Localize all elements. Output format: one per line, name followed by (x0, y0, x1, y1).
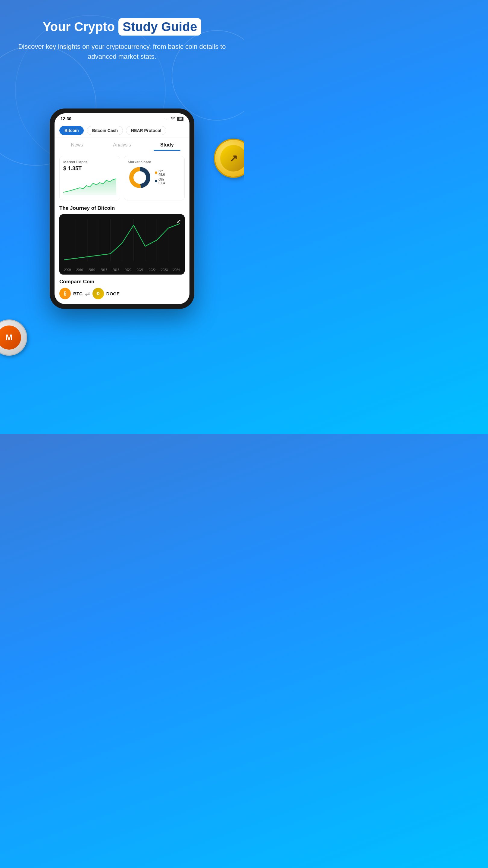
donut-container: Btc 48.6 Oth 51.4 (128, 165, 181, 190)
monero-coin-decoration: M (0, 319, 27, 355)
year-2023: 2023 (161, 268, 168, 272)
donut-chart (128, 165, 152, 190)
chart-expand-icon[interactable]: ⤢ (176, 218, 181, 224)
status-bar: 12:30 · · · 4B (55, 113, 190, 123)
bitcoin-value-text: 48.6 (158, 173, 165, 176)
wifi-icon (170, 117, 175, 121)
bitcoin-label-text: Btc (158, 169, 163, 173)
compare-from-coin: ₿ BTC (59, 288, 83, 299)
year-labels-row: 2009 2010 2010 2017 2018 2020 2021 2022 … (64, 268, 180, 272)
year-2020: 2020 (125, 268, 131, 272)
market-capital-chart (63, 174, 116, 195)
btc-coin-icon: ₿ (59, 288, 71, 299)
market-share-label: Market Share (128, 160, 181, 164)
others-label-text: Oth (158, 178, 164, 181)
battery-icon: 4B (177, 117, 184, 121)
coin-tab-bitcoin[interactable]: Bitcoin (59, 126, 84, 135)
monero-icon: M (0, 326, 21, 350)
compare-section-title: Compare Coin (59, 279, 185, 285)
legend-others: Oth 51.4 (155, 178, 165, 185)
yellow-coin-icon: ↗ (220, 145, 244, 172)
status-icons: · · · 4B (164, 117, 184, 121)
title-prefix: Your Crypto (43, 20, 115, 34)
legend-bitcoin: Btc 48.6 (155, 169, 165, 176)
year-2022: 2022 (149, 268, 156, 272)
journey-svg-chart (64, 219, 180, 266)
bitcoin-legend-label: Btc 48.6 (158, 169, 165, 176)
year-2010b: 2010 (88, 268, 95, 272)
phone-frame: 12:30 · · · 4B Bitcoin Bitcoin (50, 108, 194, 309)
content-area: Market Capital $ 1.35T (55, 151, 190, 304)
compare-arrow-icon: ⇄ (85, 290, 90, 297)
main-title: Your Crypto Study Guide (12, 18, 232, 36)
phone-screen: 12:30 · · · 4B Bitcoin Bitcoin (55, 113, 190, 304)
journey-title: The Journey of Bitcoin (59, 205, 185, 211)
btc-coin-label: BTC (73, 291, 83, 296)
others-value-text: 51.4 (158, 181, 165, 185)
year-2017: 2017 (101, 268, 107, 272)
market-share-card: Market Share (124, 156, 185, 200)
year-2018: 2018 (113, 268, 119, 272)
signal-icon: · · · (164, 117, 169, 121)
year-2009: 2009 (64, 268, 71, 272)
bitcoin-journey-chart: ⤢ (59, 214, 185, 275)
tab-analysis[interactable]: Analysis (99, 138, 144, 151)
market-capital-card: Market Capital $ 1.35T (59, 156, 120, 200)
title-highlight: Study Guide (119, 18, 201, 36)
yellow-coin-decoration: ↗ (214, 138, 244, 178)
year-2021: 2021 (137, 268, 143, 272)
doge-coin-icon: Ð (93, 288, 104, 299)
header-section: Your Crypto Study Guide Discover key ins… (0, 18, 244, 61)
phone-mockup: 12:30 · · · 4B Bitcoin Bitcoin (50, 108, 194, 309)
market-capital-value: $ 1.35T (63, 165, 116, 172)
coin-tabs-row: Bitcoin Bitcoin Cash NEAR Protocol (55, 123, 190, 138)
tab-study[interactable]: Study (144, 138, 190, 151)
year-2024: 2024 (173, 268, 180, 272)
coin-tab-bitcoin-cash[interactable]: Bitcoin Cash (87, 126, 123, 135)
others-legend-dot (155, 180, 157, 182)
market-capital-label: Market Capital (63, 160, 116, 164)
coin-tab-near[interactable]: NEAR Protocol (126, 126, 166, 135)
status-time: 12:30 (61, 116, 71, 121)
tab-news[interactable]: News (55, 138, 99, 151)
nav-tabs-row: News Analysis Study (55, 138, 190, 151)
others-legend-label: Oth 51.4 (158, 178, 165, 185)
market-stats-row: Market Capital $ 1.35T (59, 156, 185, 200)
subtitle: Discover key insights on your cryptocurr… (12, 41, 232, 61)
compare-coins-row: ₿ BTC ⇄ Ð DOGE (59, 288, 185, 299)
compare-to-coin: Ð DOGE (93, 288, 120, 299)
year-2010a: 2010 (76, 268, 83, 272)
svg-point-2 (134, 172, 146, 184)
bitcoin-legend-dot (155, 172, 157, 174)
doge-coin-label: DOGE (106, 291, 120, 296)
donut-legend: Btc 48.6 Oth 51.4 (155, 169, 165, 186)
